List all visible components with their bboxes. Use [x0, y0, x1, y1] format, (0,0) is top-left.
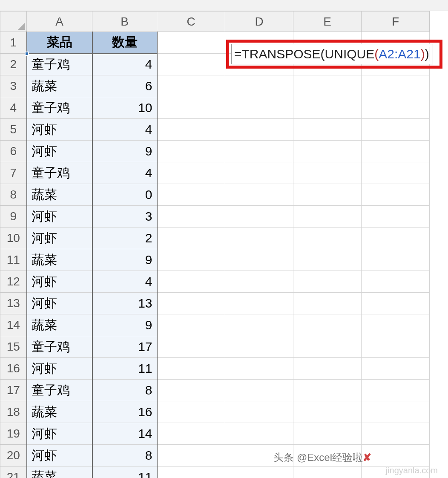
cell-E8[interactable] [293, 184, 362, 206]
cell-C4[interactable] [157, 97, 225, 119]
cell-B12[interactable]: 4 [92, 271, 157, 293]
cell-D16[interactable] [225, 358, 293, 380]
cell-C1[interactable] [157, 32, 225, 54]
cell-F18[interactable] [362, 401, 430, 423]
row-header-20[interactable]: 20 [0, 445, 27, 466]
cell-C5[interactable] [157, 119, 225, 141]
cell-D6[interactable] [225, 141, 293, 162]
cell-D17[interactable] [225, 380, 293, 401]
cell-F15[interactable] [362, 336, 430, 358]
cell-A17[interactable]: 童子鸡 [27, 380, 92, 401]
cell-A16[interactable]: 河虾 [27, 358, 92, 380]
cell-B15[interactable]: 17 [92, 336, 157, 358]
cell-A15[interactable]: 童子鸡 [27, 336, 92, 358]
cell-A13[interactable]: 河虾 [27, 293, 92, 314]
cell-A20[interactable]: 河虾 [27, 445, 92, 466]
cell-B18[interactable]: 16 [92, 401, 157, 423]
row-header-10[interactable]: 10 [0, 227, 27, 249]
cell-E9[interactable] [293, 206, 362, 227]
cell-A12[interactable]: 河虾 [27, 271, 92, 293]
cell-A2[interactable]: 童子鸡 [27, 54, 92, 75]
cell-C18[interactable] [157, 401, 225, 423]
cell-C7[interactable] [157, 162, 225, 184]
cell-C20[interactable] [157, 445, 225, 466]
cell-B17[interactable]: 8 [92, 380, 157, 401]
cell-B21[interactable]: 11 [92, 466, 157, 478]
cell-C13[interactable] [157, 293, 225, 314]
cell-D18[interactable] [225, 401, 293, 423]
cell-E17[interactable] [293, 380, 362, 401]
cell-C16[interactable] [157, 358, 225, 380]
cell-A18[interactable]: 蔬菜 [27, 401, 92, 423]
cell-B10[interactable]: 2 [92, 227, 157, 249]
cell-E13[interactable] [293, 293, 362, 314]
cell-A10[interactable]: 河虾 [27, 227, 92, 249]
row-header-8[interactable]: 8 [0, 184, 27, 206]
cell-E7[interactable] [293, 162, 362, 184]
cell-D4[interactable] [225, 97, 293, 119]
row-header-9[interactable]: 9 [0, 206, 27, 227]
cell-A8[interactable]: 蔬菜 [27, 184, 92, 206]
row-header-4[interactable]: 4 [0, 97, 27, 119]
cell-C12[interactable] [157, 271, 225, 293]
cell-E5[interactable] [293, 119, 362, 141]
row-header-21[interactable]: 21 [0, 466, 27, 478]
row-header-1[interactable]: 1 [0, 32, 27, 54]
cell-D14[interactable] [225, 314, 293, 336]
cell-E3[interactable] [293, 75, 362, 97]
cell-E18[interactable] [293, 401, 362, 423]
cell-E19[interactable] [293, 423, 362, 445]
cell-E11[interactable] [293, 249, 362, 271]
cell-C6[interactable] [157, 141, 225, 162]
cell-A6[interactable]: 河虾 [27, 141, 92, 162]
cell-D19[interactable] [225, 423, 293, 445]
row-header-14[interactable]: 14 [0, 314, 27, 336]
column-header-E[interactable]: E [293, 12, 362, 32]
row-header-6[interactable]: 6 [0, 141, 27, 162]
cell-F13[interactable] [362, 293, 430, 314]
cell-B2[interactable]: 4 [92, 54, 157, 75]
row-header-3[interactable]: 3 [0, 75, 27, 97]
cell-C15[interactable] [157, 336, 225, 358]
cell-C9[interactable] [157, 206, 225, 227]
cell-A5[interactable]: 河虾 [27, 119, 92, 141]
column-header-F[interactable]: F [362, 12, 430, 32]
cell-A14[interactable]: 蔬菜 [27, 314, 92, 336]
cell-F6[interactable] [362, 141, 430, 162]
cell-E6[interactable] [293, 141, 362, 162]
cell-D12[interactable] [225, 271, 293, 293]
row-header-11[interactable]: 11 [0, 249, 27, 271]
cell-B13[interactable]: 13 [92, 293, 157, 314]
cell-F5[interactable] [362, 119, 430, 141]
cell-B9[interactable]: 3 [92, 206, 157, 227]
row-header-15[interactable]: 15 [0, 336, 27, 358]
cell-B8[interactable]: 0 [92, 184, 157, 206]
row-header-16[interactable]: 16 [0, 358, 27, 380]
row-header-19[interactable]: 19 [0, 423, 27, 445]
cell-F14[interactable] [362, 314, 430, 336]
cell-B20[interactable]: 8 [92, 445, 157, 466]
cell-F3[interactable] [362, 75, 430, 97]
cell-F8[interactable] [362, 184, 430, 206]
cell-C11[interactable] [157, 249, 225, 271]
cell-E10[interactable] [293, 227, 362, 249]
cell-B6[interactable]: 9 [92, 141, 157, 162]
cell-C19[interactable] [157, 423, 225, 445]
cell-E4[interactable] [293, 97, 362, 119]
cell-B3[interactable]: 6 [92, 75, 157, 97]
cell-D7[interactable] [225, 162, 293, 184]
row-header-13[interactable]: 13 [0, 293, 27, 314]
cell-E14[interactable] [293, 314, 362, 336]
cell-D9[interactable] [225, 206, 293, 227]
cell-B7[interactable]: 4 [92, 162, 157, 184]
cell-F19[interactable] [362, 423, 430, 445]
cell-C17[interactable] [157, 380, 225, 401]
cell-C2[interactable] [157, 54, 225, 75]
cell-F4[interactable] [362, 97, 430, 119]
cell-F17[interactable] [362, 380, 430, 401]
cell-E16[interactable] [293, 358, 362, 380]
cell-D11[interactable] [225, 249, 293, 271]
cell-A9[interactable]: 河虾 [27, 206, 92, 227]
row-header-7[interactable]: 7 [0, 162, 27, 184]
cell-F11[interactable] [362, 249, 430, 271]
